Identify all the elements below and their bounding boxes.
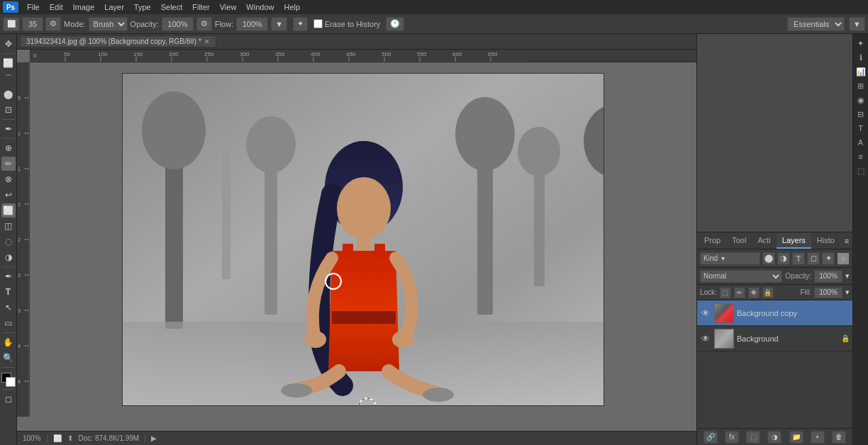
far-right-color-wheel[interactable]: ◉ — [855, 94, 867, 106]
opacity-input[interactable]: 100% — [162, 17, 194, 31]
erase-to-history-checkbox[interactable] — [313, 19, 323, 28]
lock-position-btn[interactable]: ✥ — [748, 287, 760, 298]
layer-filter-toggle[interactable]: ○ — [837, 252, 850, 265]
crop-tool[interactable]: ⊡ — [1, 103, 16, 117]
far-right-btn-3[interactable]: 📊 — [855, 65, 867, 78]
menu-select[interactable]: Select — [157, 2, 187, 12]
flow-options-btn[interactable]: ▼ — [271, 17, 287, 31]
layer-filter-adjust-btn[interactable]: ◑ — [777, 252, 790, 265]
menu-filter[interactable]: Filter — [188, 2, 213, 12]
menu-layer[interactable]: Layer — [100, 2, 128, 12]
layer-filter-type-btn[interactable]: T — [792, 252, 805, 265]
panel-menu-icon[interactable]: ≡ — [840, 235, 853, 247]
lock-all-btn[interactable]: 🔒 — [762, 287, 774, 298]
link-layers-btn[interactable]: 🔗 — [703, 431, 718, 444]
erase-to-history-label[interactable]: Erase to History — [313, 19, 380, 28]
mode-select[interactable]: Brush — [89, 17, 128, 31]
eraser-tool[interactable]: ⬜ — [1, 203, 16, 218]
add-layer-style-btn[interactable]: fx — [725, 431, 739, 444]
menu-edit[interactable]: Edit — [45, 2, 67, 12]
workspace-options-btn[interactable]: ▼ — [849, 17, 865, 31]
layer-filter-shape-btn[interactable]: ◻ — [807, 252, 820, 265]
layer-filter-smart-btn[interactable]: ✦ — [822, 252, 835, 265]
lock-pixels-btn[interactable]: ✏ — [734, 287, 745, 298]
quick-selection-tool[interactable]: ⬤ — [1, 87, 16, 101]
menu-type[interactable]: Type — [130, 2, 155, 12]
layers-kind-filter[interactable]: Kind ▾ — [700, 252, 760, 265]
far-right-btn-6[interactable]: T — [855, 122, 867, 135]
clone-stamp-tool[interactable]: ⊗ — [1, 172, 16, 186]
opacity-dropdown-icon[interactable]: ▾ — [845, 271, 850, 281]
photo-svg — [123, 74, 604, 406]
tab-tool[interactable]: Tool — [726, 233, 752, 249]
far-right-btn-7[interactable]: A — [855, 136, 867, 149]
path-selection-tool[interactable]: ↖ — [1, 300, 16, 315]
brush-tool[interactable]: ✏ — [1, 157, 16, 171]
new-layer-btn[interactable]: + — [811, 431, 825, 444]
tab-acti[interactable]: Acti — [752, 233, 776, 249]
far-right-btn-1[interactable]: ✦ — [855, 37, 867, 50]
layer-visibility-background-copy[interactable]: 👁 — [700, 308, 711, 319]
opacity-value-input[interactable]: 100% — [814, 270, 842, 283]
blur-tool[interactable]: ◌ — [1, 235, 16, 249]
type-tool[interactable]: T — [1, 285, 16, 299]
tab-layers[interactable]: Layers — [777, 233, 811, 249]
document-canvas[interactable] — [30, 62, 696, 417]
layers-search-label: Kind — [703, 254, 718, 262]
shape-tool[interactable]: ▭ — [1, 316, 16, 330]
add-group-btn[interactable]: 📁 — [789, 431, 803, 444]
layer-filter-pixel-btn[interactable]: ⬤ — [762, 252, 775, 265]
delete-layer-btn[interactable]: 🗑 — [832, 431, 846, 444]
gradient-tool[interactable]: ◫ — [1, 219, 16, 233]
lock-transparent-btn[interactable]: ⬚ — [720, 287, 731, 298]
play-btn[interactable]: ▶ — [151, 434, 157, 442]
history-btn[interactable]: 🕐 — [386, 17, 404, 31]
layer-item-background-copy[interactable]: 👁 Background copy — [697, 300, 852, 326]
move-tool[interactable]: ✥ — [1, 37, 16, 51]
fill-dropdown-icon[interactable]: ▾ — [845, 288, 850, 297]
fill-value-input[interactable]: 100% — [814, 287, 842, 298]
background-color[interactable] — [6, 377, 16, 387]
hand-tool[interactable]: ✋ — [1, 335, 16, 349]
document-tab[interactable]: 3194323414.jpg @ 100% (Background copy, … — [20, 35, 216, 47]
rectangular-marquee-tool[interactable]: ⬜ — [1, 56, 16, 70]
brush-size-input[interactable]: 35 — [22, 17, 43, 31]
brush-preset-picker[interactable]: ⬜ — [3, 17, 20, 31]
menu-window[interactable]: Window — [242, 2, 278, 12]
menu-view[interactable]: View — [216, 2, 241, 12]
eyedropper-tool[interactable]: ✒ — [1, 122, 16, 136]
svg-text:100: 100 — [98, 51, 108, 57]
airbrush-btn[interactable]: ✦ — [293, 17, 308, 31]
far-right-btn-5[interactable]: ⊟ — [855, 108, 867, 120]
far-right-btn-4[interactable]: ⊞ — [855, 79, 867, 92]
quick-mask-btn[interactable]: ◻ — [1, 392, 16, 406]
canvas-image[interactable] — [122, 73, 604, 406]
svg-text:650: 650 — [488, 51, 498, 57]
layer-item-background[interactable]: 👁 Background 🔒 — [697, 326, 852, 351]
workspace-select[interactable]: Essentials — [787, 17, 845, 31]
lasso-tool[interactable]: ⌒ — [1, 72, 16, 86]
tab-prop[interactable]: Prop — [699, 233, 726, 249]
add-mask-btn[interactable]: ⬚ — [746, 431, 760, 444]
flow-input[interactable]: 100% — [236, 17, 268, 31]
dodge-tool[interactable]: ◑ — [1, 250, 16, 264]
blending-mode-select[interactable]: Normal — [700, 270, 782, 283]
pen-tool[interactable]: ✒ — [1, 269, 16, 283]
far-right-btn-8[interactable]: ≡ — [855, 150, 867, 163]
brush-options-btn[interactable]: ⚙ — [45, 17, 61, 31]
healing-brush-tool[interactable]: ⊕ — [1, 141, 16, 155]
menu-help[interactable]: Help — [279, 2, 304, 12]
opacity-options-btn[interactable]: ⚙ — [196, 17, 212, 31]
layer-visibility-background[interactable]: 👁 — [700, 333, 711, 344]
history-brush-tool[interactable]: ↩ — [1, 188, 16, 202]
layers-kind-dropdown-icon[interactable]: ▾ — [721, 254, 725, 262]
menu-image[interactable]: Image — [69, 2, 99, 12]
document-tab-close[interactable]: ✕ — [204, 38, 210, 45]
add-adjustment-btn[interactable]: ◑ — [767, 431, 781, 444]
zoom-tool[interactable]: 🔍 — [1, 351, 16, 365]
color-swatches[interactable] — [1, 373, 16, 387]
menu-file[interactable]: File — [23, 2, 44, 12]
tab-histo[interactable]: Histo — [811, 233, 840, 249]
far-right-btn-2[interactable]: ℹ — [855, 51, 867, 64]
far-right-btn-9[interactable]: ⬚ — [855, 164, 867, 177]
